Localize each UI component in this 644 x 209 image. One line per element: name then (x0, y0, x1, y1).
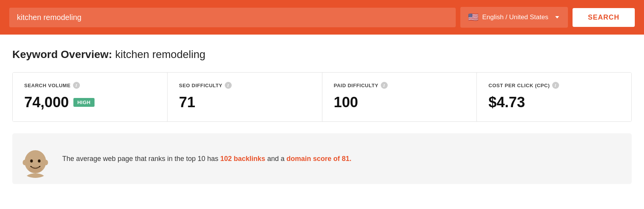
metric-label-text: COST PER CLICK (CPC) (488, 83, 550, 88)
banner-text: The average web page that ranks in the t… (62, 154, 351, 164)
page-title-bold: Keyword Overview: (12, 48, 112, 60)
language-label: English / United States (482, 13, 548, 21)
avatar (16, 139, 55, 178)
metric-label-paid-difficulty: PAID DIFFICULTY i (334, 82, 465, 89)
page-title: Keyword Overview: kitchen remodeling (12, 48, 632, 61)
svg-point-4 (23, 160, 27, 165)
metric-value-paid-difficulty: 100 (334, 94, 465, 111)
search-bar: 🇺🇸 English / United States Search (0, 0, 644, 35)
search-button[interactable]: Search (573, 8, 635, 27)
info-icon-cpc[interactable]: i (552, 82, 559, 89)
banner-text-prefix: The average web page that ranks in the t… (62, 155, 220, 163)
info-icon-seo-difficulty[interactable]: i (225, 82, 232, 89)
domain-highlight: domain score of 81. (286, 155, 351, 163)
chevron-down-icon (555, 16, 559, 18)
svg-point-5 (44, 160, 48, 165)
high-badge: HIGH (73, 98, 95, 107)
svg-point-3 (38, 159, 41, 163)
metric-label-text: SEO DIFFICULTY (179, 83, 222, 88)
metric-value-cpc: $4.73 (488, 94, 620, 111)
metric-value-seo-difficulty: 71 (179, 94, 310, 111)
backlinks-highlight: 102 backlinks (220, 155, 265, 163)
info-icon-paid-difficulty[interactable]: i (381, 82, 388, 89)
avatar-wrapper (16, 139, 55, 178)
page-title-keyword: kitchen remodeling (112, 48, 206, 60)
metric-label-search-volume: SEARCH VOLUME i (24, 82, 156, 89)
search-input-wrapper[interactable] (9, 8, 456, 27)
metric-number: 74,000 (24, 94, 69, 111)
metric-label-seo-difficulty: SEO DIFFICULTY i (179, 82, 310, 89)
banner-text-middle: and a (265, 155, 286, 163)
metric-number: $4.73 (488, 94, 525, 111)
info-banner: The average web page that ranks in the t… (12, 133, 632, 184)
svg-point-6 (28, 166, 42, 173)
metric-number: 71 (179, 94, 195, 111)
metric-card-cpc: COST PER CLICK (CPC) i $4.73 (477, 73, 631, 121)
svg-point-0 (24, 173, 47, 178)
metric-card-search-volume: SEARCH VOLUME i 74,000 HIGH (13, 73, 168, 121)
metric-card-paid-difficulty: PAID DIFFICULTY i 100 (322, 73, 477, 121)
metric-number: 100 (334, 94, 358, 111)
metric-value-search-volume: 74,000 HIGH (24, 94, 156, 111)
metric-label-cpc: COST PER CLICK (CPC) i (488, 82, 620, 89)
svg-point-2 (30, 159, 33, 163)
us-flag-icon: 🇺🇸 (468, 12, 478, 22)
search-input[interactable] (17, 13, 448, 22)
info-icon-search-volume[interactable]: i (73, 82, 80, 89)
metric-card-seo-difficulty: SEO DIFFICULTY i 71 (168, 73, 322, 121)
language-selector[interactable]: 🇺🇸 English / United States (460, 7, 568, 28)
metrics-row: SEARCH VOLUME i 74,000 HIGH SEO DIFFICUL… (12, 72, 632, 122)
metric-label-text: SEARCH VOLUME (24, 83, 71, 88)
metric-label-text: PAID DIFFICULTY (334, 83, 378, 88)
main-content: Keyword Overview: kitchen remodeling SEA… (0, 35, 644, 196)
